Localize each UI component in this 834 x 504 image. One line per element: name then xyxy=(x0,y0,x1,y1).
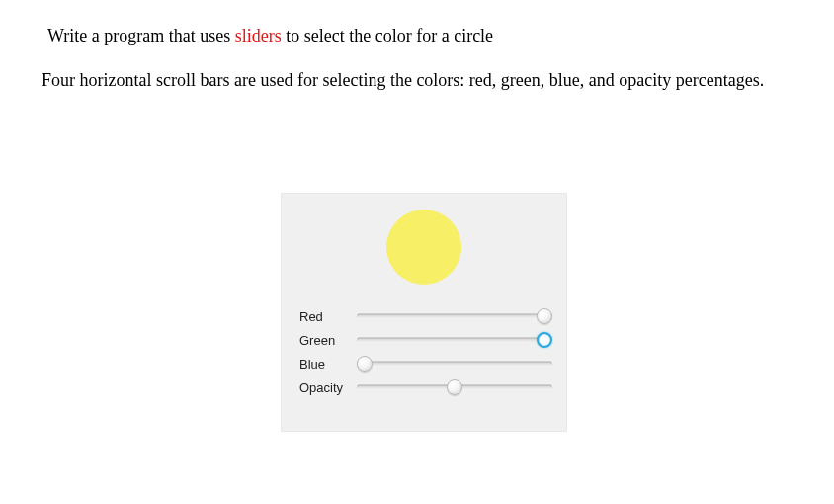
slider-blue[interactable] xyxy=(357,355,552,373)
slider-row-blue: Blue xyxy=(299,352,552,376)
slider-rows: Red Green Blue Opacity xyxy=(282,300,566,409)
prompt-line-2: Four horizontal scroll bars are used for… xyxy=(42,68,792,92)
color-circle xyxy=(386,210,461,285)
prompt-line-1-pre: Write a program that uses xyxy=(47,26,235,45)
slider-label-opacity: Opacity xyxy=(299,380,357,395)
slider-opacity[interactable] xyxy=(357,378,552,396)
slider-track xyxy=(357,314,552,319)
prompt-line-1-post: to select the color for a circle xyxy=(282,26,493,45)
slider-red[interactable] xyxy=(357,307,552,325)
slider-label-blue: Blue xyxy=(299,357,357,372)
prompt-line-1-keyword: sliders xyxy=(235,26,282,45)
slider-thumb[interactable] xyxy=(537,332,552,348)
slider-label-red: Red xyxy=(299,309,357,324)
slider-track xyxy=(357,362,552,367)
slider-track xyxy=(357,338,552,343)
slider-green[interactable] xyxy=(357,331,552,349)
prompt-line-1: Write a program that uses sliders to sel… xyxy=(47,26,792,46)
color-picker-panel: Red Green Blue Opacity xyxy=(281,193,567,432)
slider-label-green: Green xyxy=(299,333,357,348)
circle-preview-area xyxy=(282,194,566,300)
slider-thumb[interactable] xyxy=(537,308,552,324)
slider-row-green: Green xyxy=(299,328,552,352)
slider-thumb[interactable] xyxy=(447,379,462,395)
slider-row-red: Red xyxy=(299,304,552,328)
slider-row-opacity: Opacity xyxy=(299,376,552,399)
slider-thumb[interactable] xyxy=(357,356,373,372)
